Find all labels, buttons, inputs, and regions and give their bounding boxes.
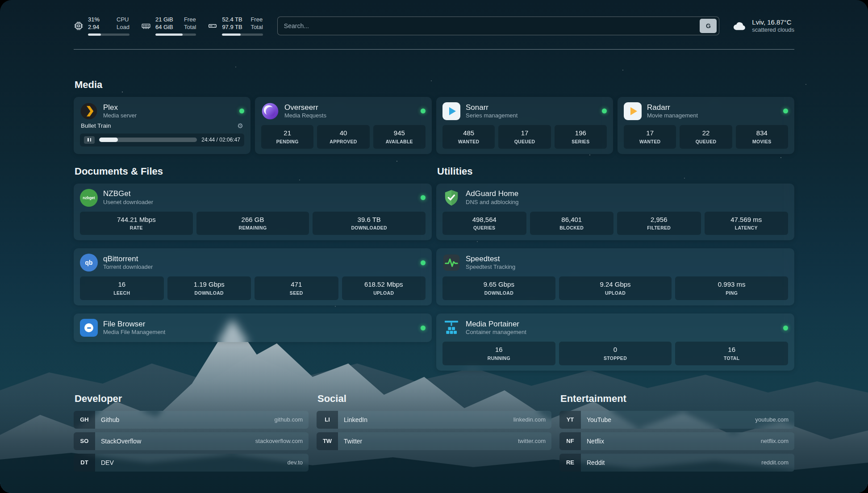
stat-approved: 40APPROVED — [317, 125, 369, 149]
service-name: qBittorrent — [103, 254, 153, 263]
disk-label-bottom: Total — [250, 24, 263, 31]
service-card-qbittorrent[interactable]: qb qBittorrent Torrent downloader 16LEEC… — [74, 248, 432, 305]
bookmark-abbr: YT — [559, 411, 581, 429]
bookmark-url: dev.to — [288, 454, 309, 472]
search-provider-button[interactable]: G — [700, 19, 717, 33]
cpu-widget: 31% 2.94 CPU Load — [74, 16, 129, 36]
track-title: Bullet Train — [81, 122, 111, 129]
service-card-speedtest[interactable]: Speedtest Speedtest Tracking 9.65 GbpsDO… — [436, 248, 794, 305]
bookmark-group-title: Developer — [75, 393, 309, 405]
stat-series: 196SERIES — [555, 125, 607, 149]
service-card-radarr[interactable]: Radarr Movie management 17WANTED 22QUEUE… — [618, 97, 794, 154]
stat-queries: 498,564QUERIES — [442, 212, 526, 235]
pause-button[interactable] — [84, 136, 95, 144]
search-input[interactable] — [284, 22, 700, 29]
memory-total-value: 64 GiB — [155, 24, 178, 31]
disk-widget: 52.4 TB 97.9 TB Free Total — [208, 16, 263, 36]
bookmark-group-title: Social — [317, 393, 551, 405]
gear-icon[interactable]: ⚙ — [238, 122, 243, 130]
portainer-icon — [442, 319, 460, 337]
bookmark-dev[interactable]: DT DEV dev.to — [74, 454, 309, 472]
status-dot — [421, 326, 426, 330]
service-card-adguard[interactable]: AdGuard Home DNS and adblocking 498,564Q… — [436, 184, 794, 241]
playback-controls: 24:44 / 02:06:47 — [80, 134, 244, 146]
bookmark-name: YouTube — [581, 411, 611, 429]
bookmark-group-title: Entertainment — [560, 393, 794, 405]
service-name: Radarr — [647, 103, 698, 112]
service-card-overseerr[interactable]: Overseerr Media Requests 21PENDING 40APP… — [255, 97, 432, 154]
bookmark-stackoverflow[interactable]: SO StackOverflow stackoverflow.com — [74, 432, 309, 450]
bookmark-abbr: DT — [74, 454, 95, 472]
sonarr-icon — [442, 102, 460, 120]
bookmark-abbr: NF — [559, 432, 581, 450]
service-subtitle: Container management — [466, 329, 526, 336]
bookmark-abbr: GH — [74, 411, 95, 429]
bookmark-twitter[interactable]: TW Twitter twitter.com — [317, 432, 551, 450]
disk-total-value: 97.9 TB — [222, 24, 244, 31]
stat-remaining: 266 GBREMAINING — [196, 212, 309, 235]
stat-seed: 471SEED — [255, 276, 338, 300]
documents-column: Documents & Files nzbget NZBGet Usenet d… — [74, 166, 432, 343]
weather-condition: scattered clouds — [752, 26, 794, 34]
memory-widget: 21 GiB 64 GiB Free Total — [141, 16, 196, 36]
stat-rate: 744.21 MbpsRATE — [80, 212, 193, 235]
section-title-utilities: Utilities — [437, 166, 794, 177]
disk-label-top: Free — [250, 16, 263, 24]
stat-filtered: 2,956FILTERED — [617, 212, 701, 235]
stat-available: 945AVAILABLE — [373, 125, 426, 149]
service-name: Speedtest — [466, 254, 515, 263]
bookmark-netflix[interactable]: NF Netflix netflix.com — [559, 432, 794, 450]
service-subtitle: Series management — [466, 112, 517, 120]
memory-icon — [141, 21, 151, 31]
service-subtitle: Speedtest Tracking — [466, 263, 515, 271]
bookmark-group-social: Social LI LinkedIn linkedin.com TW Twitt… — [317, 393, 551, 472]
service-name: Overseerr — [284, 103, 326, 112]
search-bar: G — [277, 17, 719, 35]
service-name: AdGuard Home — [466, 189, 519, 198]
service-subtitle: Media server — [103, 112, 137, 120]
bookmark-name: DEV — [95, 454, 114, 472]
stat-ping: 0.993 msPING — [675, 276, 788, 300]
service-name: Plex — [103, 103, 137, 112]
service-subtitle: Movie management — [647, 112, 698, 120]
service-card-nzbget[interactable]: nzbget NZBGet Usenet downloader 744.21 M… — [74, 184, 432, 241]
stat-download: 1.19 GbpsDOWNLOAD — [167, 276, 251, 300]
stat-download: 9.65 GbpsDOWNLOAD — [442, 276, 555, 300]
service-card-filebrowser[interactable]: File Browser Media File Management — [74, 313, 432, 342]
memory-usage-bar — [155, 33, 196, 36]
utilities-column: Utilities — [436, 166, 794, 371]
bookmark-linkedin[interactable]: LI LinkedIn linkedin.com — [317, 411, 551, 429]
service-card-portainer[interactable]: Media Portainer Container management 16R… — [436, 313, 794, 371]
service-name: Sonarr — [466, 103, 517, 112]
nzbget-icon: nzbget — [80, 189, 98, 207]
bookmark-url: stackoverflow.com — [255, 432, 309, 450]
weather-widget: Lviv, 16.87°C scattered clouds — [732, 18, 794, 34]
disk-usage-bar — [222, 33, 263, 36]
bookmark-name: LinkedIn — [338, 411, 367, 429]
bookmark-github[interactable]: GH Github github.com — [74, 411, 309, 429]
stat-queued: 22QUEUED — [680, 125, 732, 149]
weather-location: Lviv, 16.87°C — [752, 18, 794, 27]
service-subtitle: Torrent downloader — [103, 263, 153, 271]
memory-label-bottom: Total — [184, 24, 196, 31]
bookmark-url: youtube.com — [755, 411, 794, 429]
service-card-sonarr[interactable]: Sonarr Series management 485WANTED 17QUE… — [436, 97, 613, 154]
stat-wanted: 485WANTED — [442, 125, 495, 149]
qbittorrent-icon: qb — [80, 254, 98, 272]
bookmark-name: StackOverflow — [95, 432, 141, 450]
bookmark-name: Reddit — [581, 454, 605, 472]
bookmark-name: Github — [95, 411, 119, 429]
service-subtitle: DNS and adblocking — [466, 199, 519, 206]
stat-queued: 17QUEUED — [498, 125, 551, 149]
bookmark-youtube[interactable]: YT YouTube youtube.com — [559, 411, 794, 429]
cpu-label-bottom: Load — [117, 24, 129, 31]
disk-free-value: 52.4 TB — [222, 16, 244, 24]
cpu-icon — [74, 21, 83, 31]
stat-upload: 9.24 GbpsUPLOAD — [559, 276, 672, 300]
bookmark-name: Netflix — [581, 432, 604, 450]
dashboard: 31% 2.94 CPU Load — [0, 0, 868, 493]
service-card-plex[interactable]: Plex Media server Bullet Train ⚙ — [74, 97, 250, 154]
media-cards-row: Plex Media server Bullet Train ⚙ — [74, 97, 794, 154]
memory-free-value: 21 GiB — [155, 16, 178, 24]
bookmark-reddit[interactable]: RE Reddit reddit.com — [559, 454, 794, 472]
